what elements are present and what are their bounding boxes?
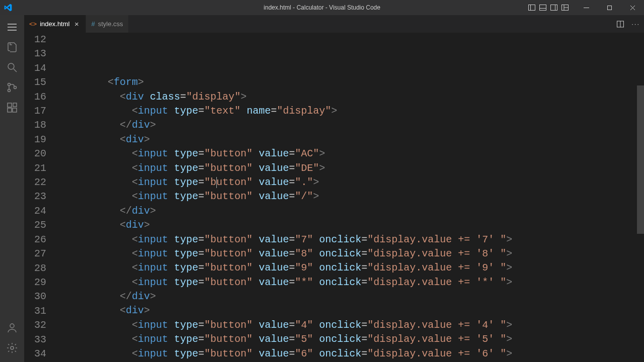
panel-right-icon[interactable]	[548, 0, 559, 15]
line-number: 14	[24, 61, 46, 75]
line-number: 24	[24, 204, 46, 218]
line-number: 26	[24, 233, 46, 247]
code-line[interactable]: <input type="button" value="7" onclick="…	[59, 233, 644, 247]
panel-left-icon[interactable]	[526, 0, 537, 15]
code-line[interactable]: <input type="button" value="AC">	[59, 147, 644, 161]
code-line[interactable]: <form>	[59, 75, 644, 89]
svg-point-13	[8, 63, 14, 69]
line-number: 32	[24, 318, 46, 332]
line-number: 29	[24, 276, 46, 290]
code-line[interactable]: <input type="button" value=".">	[59, 175, 644, 190]
scrollbar-thumb[interactable]	[637, 85, 644, 234]
line-number: 13	[24, 47, 46, 61]
line-number: 22	[24, 175, 46, 190]
code-line[interactable]: <input type="button" value="8" onclick="…	[59, 247, 644, 261]
svg-point-17	[14, 86, 17, 89]
svg-point-15	[8, 83, 11, 86]
tab-style-css[interactable]: #style.css	[86, 15, 128, 33]
line-number: 19	[24, 133, 46, 147]
tab-index-html[interactable]: <>index.html×	[24, 15, 86, 33]
svg-rect-5	[555, 5, 557, 11]
text-cursor	[216, 177, 217, 188]
svg-point-16	[8, 89, 11, 92]
window-title: index.html - Calculator - Visual Studio …	[264, 4, 380, 11]
layout-custom-icon[interactable]	[559, 0, 571, 15]
svg-rect-19	[8, 108, 12, 112]
explorer-icon[interactable]	[0, 37, 24, 57]
code-line[interactable]: <input type="button" value="/">	[59, 190, 644, 204]
code-line[interactable]: <div>	[59, 218, 644, 232]
line-number: 34	[24, 347, 46, 361]
line-number: 16	[24, 90, 46, 104]
line-number: 21	[24, 161, 46, 175]
svg-rect-1	[529, 5, 531, 11]
layout-controls	[526, 0, 571, 15]
code-line[interactable]: </div>	[59, 204, 644, 218]
vscode-icon	[4, 4, 12, 12]
svg-line-14	[14, 69, 17, 72]
code-line[interactable]: <input type="button" value="5" onclick="…	[59, 332, 644, 346]
close-tab-icon[interactable]: ×	[72, 20, 80, 28]
line-number: 33	[24, 333, 46, 347]
code-line[interactable]: <input type="button" value="*" onclick="…	[59, 276, 644, 290]
menu-icon[interactable]	[0, 17, 24, 37]
panel-bottom-icon[interactable]	[537, 0, 548, 15]
code-line[interactable]: <input type="button" value="9" onclick="…	[59, 261, 644, 275]
search-icon[interactable]	[0, 57, 24, 77]
svg-rect-21	[13, 103, 17, 107]
svg-rect-10	[607, 6, 611, 10]
code-area[interactable]: <form> <div class="display"> <input type…	[59, 33, 644, 362]
line-number: 31	[24, 304, 46, 318]
line-number: 12	[24, 33, 46, 47]
accounts-icon[interactable]	[0, 318, 24, 338]
split-editor-icon[interactable]	[616, 20, 624, 28]
line-number: 25	[24, 218, 46, 232]
editor-body[interactable]: 1213141516171819202122232425262728293031…	[24, 33, 644, 362]
line-number: 27	[24, 247, 46, 261]
file-icon: <>	[29, 20, 37, 28]
line-number: 18	[24, 118, 46, 132]
svg-rect-2	[540, 5, 546, 11]
code-line[interactable]: <input type="button" value="6" onclick="…	[59, 347, 644, 361]
extensions-icon[interactable]	[0, 98, 24, 118]
close-button[interactable]	[621, 0, 644, 15]
line-number: 20	[24, 147, 46, 161]
line-number: 23	[24, 190, 46, 204]
code-line[interactable]: <input type="text" name="display">	[59, 104, 644, 118]
code-line[interactable]: </div>	[59, 290, 644, 304]
line-number: 30	[24, 290, 46, 304]
line-number-gutter: 1213141516171819202122232425262728293031…	[24, 33, 59, 362]
svg-rect-0	[529, 5, 535, 11]
code-line[interactable]: <input type="button" value="DE">	[59, 161, 644, 175]
activity-bar	[0, 15, 24, 362]
svg-rect-4	[551, 5, 557, 11]
line-number: 17	[24, 104, 46, 118]
code-line[interactable]: <input type="button" value="4" onclick="…	[59, 318, 644, 332]
line-number: 15	[24, 75, 46, 89]
svg-rect-18	[8, 103, 12, 107]
line-number: 28	[24, 261, 46, 276]
title-bar: index.html - Calculator - Visual Studio …	[0, 0, 644, 15]
code-line[interactable]: </div>	[59, 118, 644, 132]
vertical-scrollbar[interactable]	[637, 33, 644, 362]
code-line[interactable]: <div>	[59, 133, 644, 147]
more-actions-icon[interactable]: ···	[631, 20, 640, 28]
maximize-button[interactable]	[598, 0, 621, 15]
svg-point-23	[11, 346, 14, 349]
svg-rect-20	[13, 108, 17, 112]
tab-label: style.css	[98, 20, 123, 28]
file-icon: #	[91, 20, 95, 28]
svg-rect-3	[540, 9, 546, 11]
tab-label: index.html	[40, 20, 69, 28]
editor-tabs: <>index.html×#style.css ···	[24, 15, 644, 33]
source-control-icon[interactable]	[0, 77, 24, 98]
minimize-button[interactable]	[575, 0, 598, 15]
svg-point-22	[10, 324, 14, 328]
settings-gear-icon[interactable]	[0, 338, 24, 358]
code-line[interactable]: <div>	[59, 304, 644, 318]
code-line[interactable]: <div class="display">	[59, 90, 644, 104]
